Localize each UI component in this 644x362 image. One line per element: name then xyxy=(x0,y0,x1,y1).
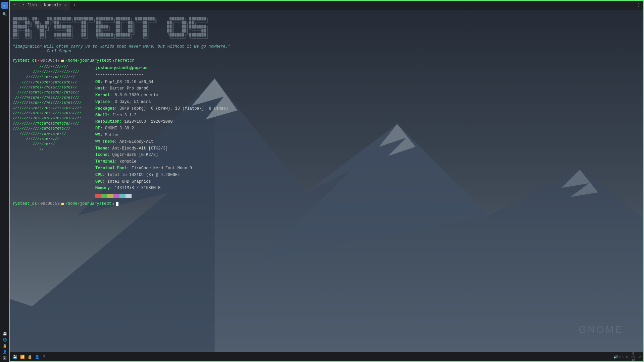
time-ampm: 01AM xyxy=(632,356,635,362)
status-save-icon[interactable]: 💾 xyxy=(13,355,17,359)
tab-new-button[interactable]: + xyxy=(70,2,79,8)
taskbar-icon-network[interactable]: 🌐 xyxy=(3,338,7,342)
neofetch-icons-row: Icons: Qogir-dark [GTK2/3] xyxy=(95,152,228,159)
volume-icon[interactable]: 🔊 xyxy=(613,355,618,359)
prompt2-time: 09:00:59 xyxy=(40,201,60,206)
neofetch-os-row: OS: Pop!_OS 20.10 x86_64 xyxy=(95,79,228,86)
status-bar: 💾 📶 🔒 👤 🗄 🔊 82 % 9 01AM ⚙ xyxy=(10,352,643,361)
tab-right-button[interactable]: ⋮ xyxy=(633,2,643,8)
prompt1-path: /home/joshuarystedt xyxy=(65,58,111,63)
status-user-icon[interactable]: 👤 xyxy=(35,355,40,359)
prompt2[interactable]: rystedt_os ● 09:00:59 📁 /home/joshuaryst… xyxy=(13,201,641,206)
swatch-cyan xyxy=(119,194,126,198)
neofetch-terminal-row: Terminal: konsole xyxy=(95,159,228,165)
prompt2-dot: ● xyxy=(38,202,39,205)
taskbar-bottom-icons: 💾 🌐 🔒 👤 🗄️ xyxy=(3,332,7,360)
prompt2-diamond: ◆ xyxy=(112,202,114,206)
prompt2-folder: 📁 xyxy=(61,202,64,206)
prompt1-folder: 📁 xyxy=(61,59,64,63)
swatch-white xyxy=(126,194,132,198)
taskbar: 🐟 🔍 💾 🌐 🔒 👤 🗄️ xyxy=(0,0,9,362)
neofetch-uptime-row: Uptime: 3 days, 51 mins xyxy=(95,99,228,106)
swatch-magenta xyxy=(113,194,119,198)
prompt-neofetch: rystedt_os ● 09:00:47 📁 /home/joshuaryst… xyxy=(13,58,641,63)
neofetch-output: ///////////// ///////////////////// ////… xyxy=(13,64,641,198)
neofetch-packages-row: Packages: 3049 (dpkg), 6 (brew), 13 (fla… xyxy=(95,106,228,112)
neofetch-resolution-row: Resolution: 1920×1080, 1920×1080 xyxy=(95,119,228,125)
terminal-body[interactable]: ██████╗ ██╗ ██╗███████╗████████╗███████╗… xyxy=(10,10,643,352)
taskbar-icon-user[interactable]: 👤 xyxy=(3,350,7,354)
status-time: 9 01AM xyxy=(632,352,635,362)
taskbar-icon-hdd[interactable]: 💾 xyxy=(3,332,7,336)
status-volume: 🔊 82 % xyxy=(613,355,628,359)
ascii-logo: ██████╗ ██╗ ██╗███████╗████████╗███████╗… xyxy=(13,13,641,41)
neofetch-theme-row: Theme: Ant-Bloody-Alt [GTK2/3] xyxy=(95,145,228,152)
status-lock-icon[interactable]: 🔒 xyxy=(28,355,32,359)
taskbar-icon-lock[interactable]: 🔒 xyxy=(3,344,7,348)
taskbar-icon-fish[interactable]: 🐟 xyxy=(1,2,8,9)
prompt1-user: rystedt_os xyxy=(13,58,37,63)
tab-label: ~ : fish – Konsole xyxy=(17,3,61,8)
neofetch-kernel-row: Kernel: 5.8.0-7630-generic xyxy=(95,92,228,99)
prompt1-diamond: ◆ xyxy=(112,59,114,63)
neofetch-de-row: DE: GNOME 3.38.2 xyxy=(95,125,228,132)
time-hour: 9 xyxy=(632,352,635,356)
neofetch-wmtheme-row: WM Theme: Ant-Bloody-Alt xyxy=(95,139,228,145)
terminal-content: ██████╗ ██╗ ██╗███████╗████████╗███████╗… xyxy=(10,10,643,209)
swatch-green xyxy=(101,194,107,198)
neofetch-info: joshuarystedt@pop-os -------------------… xyxy=(95,64,228,198)
neofetch-host-row: Host: Darter Pro darp6 xyxy=(95,85,228,92)
prompt1-time: 09:00:47 xyxy=(40,58,60,63)
prompt2-user: rystedt_os xyxy=(13,201,37,206)
neofetch-gpu-row: GPU: Intel UHD Graphics xyxy=(95,179,228,185)
terminal-window: ~ ~ : fish – Konsole ✕ + ⋮ xyxy=(9,0,644,362)
status-icons-left: 💾 📶 🔒 👤 🗄 xyxy=(13,355,46,359)
neofetch-font-row: Terminal Font: FiraCode Nerd Font Mono 9 xyxy=(95,165,228,172)
neofetch-memory-row: Memory: 14311MiB / 31986MiB xyxy=(95,185,228,192)
neofetch-shell-row: Shell: fish 3.1.2 xyxy=(95,112,228,119)
prompt1-cmd: neofetch xyxy=(115,58,135,63)
neofetch-ascii: ///////////// ///////////////////// ////… xyxy=(13,64,90,198)
gnome-watermark: GNOME xyxy=(579,324,623,335)
quote-author: ---Carl Sagan xyxy=(40,49,641,54)
tab-icon: ~ xyxy=(13,3,15,7)
volume-value: 82 % xyxy=(619,355,628,359)
prompt2-path: /home/joshuarystedt xyxy=(65,201,111,206)
neofetch-wm-row: WM: Mutter xyxy=(95,132,228,139)
swatch-yellow xyxy=(107,194,113,198)
tab-active[interactable]: ~ ~ : fish – Konsole ✕ xyxy=(10,1,70,10)
swatch-red xyxy=(95,194,101,198)
status-db-icon[interactable]: 🗄 xyxy=(42,355,46,359)
prompt1-dot: ● xyxy=(38,59,39,62)
neofetch-cpu-row: CPU: Intel i5-10210U (8) @ 4.200GHz xyxy=(95,172,228,179)
prompt2-cursor xyxy=(116,202,118,206)
quote: "Imagination will often carry us to worl… xyxy=(13,44,641,49)
neofetch-divider: -------------------- xyxy=(95,72,228,78)
taskbar-icon-db[interactable]: 🗄️ xyxy=(3,356,7,360)
neofetch-username: joshuarystedt@pop-os xyxy=(95,64,228,71)
status-gear-icon[interactable]: ⚙ xyxy=(638,355,641,359)
tab-close-icon[interactable]: ✕ xyxy=(64,3,67,7)
color-swatches xyxy=(95,194,228,198)
status-wifi-icon[interactable]: 📶 xyxy=(20,355,25,359)
tabbar: ~ ~ : fish – Konsole ✕ + ⋮ xyxy=(10,1,643,10)
taskbar-icon-search[interactable]: 🔍 xyxy=(1,11,8,17)
